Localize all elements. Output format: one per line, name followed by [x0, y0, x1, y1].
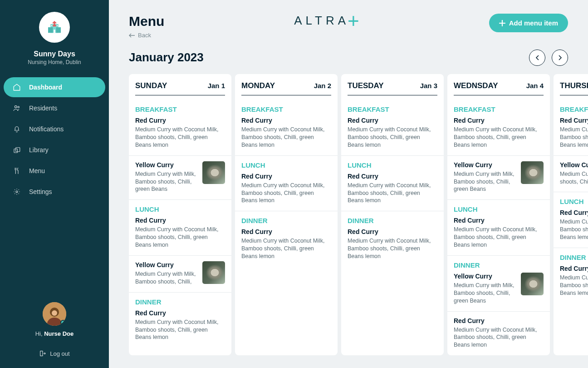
menu-item[interactable]: Red CurryMedium Curry with Coconut Milk,… — [241, 117, 331, 149]
nav-label: Settings — [29, 188, 52, 195]
meal-section-dinner: DINNER Red CurryMedium Curry with Coconu… — [129, 293, 231, 348]
day-name: TUESDAY — [348, 81, 384, 90]
menu-item[interactable]: Red CurryMedium Curry with Coconut Milk,… — [348, 173, 437, 205]
library-icon — [13, 146, 21, 154]
svg-rect-4 — [54, 23, 55, 25]
day-card[interactable]: THURSDAYJan 5 BREAKFAST Red CurryMedium … — [554, 74, 588, 356]
menu-item[interactable]: Yellow CurryMedium Curry with Milk, Bamb… — [447, 156, 550, 200]
nav-label: Library — [29, 146, 49, 154]
meal-label: BREAKFAST — [135, 105, 225, 113]
menu-item[interactable]: Yellow CurryMedium Curry with Milk, Bamb… — [129, 256, 231, 293]
menu-item[interactable]: Red CurryMedium Curry with Coconut Milk,… — [135, 117, 225, 149]
menu-item[interactable]: Red CurryMedium Curry with Coconut Milk,… — [447, 312, 550, 356]
meal-label: LUNCH — [560, 198, 588, 205]
meal-section-dinner: DINNER Red CurryMedium Curry with Coconu… — [554, 248, 588, 303]
page-title: Menu — [129, 14, 164, 29]
home-icon — [13, 83, 21, 91]
menu-item[interactable]: Yellow CurryMedium Curry with Milk, Bamb… — [554, 156, 588, 193]
svg-point-8 — [15, 106, 17, 108]
nav-label: Menu — [29, 167, 45, 174]
sidebar: Sunny Days Nursing Home, Dublin Dashboar… — [0, 0, 109, 368]
meal-section-breakfast: BREAKFAST Red CurryMedium Curry with Coc… — [129, 100, 231, 156]
prev-week-button[interactable] — [529, 50, 545, 66]
day-date: Jan 2 — [314, 82, 331, 90]
menu-item[interactable]: Red CurryMedium Curry with Coconut Milk,… — [454, 217, 544, 249]
utensils-icon — [13, 167, 21, 175]
nav-notifications[interactable]: Notifications — [4, 119, 105, 139]
days-row: SUNDAYJan 1 BREAKFAST Red CurryMedium Cu… — [129, 74, 588, 356]
nav-label: Residents — [29, 104, 57, 112]
meal-section-lunch: LUNCH Red CurryMedium Curry with Coconut… — [447, 200, 550, 256]
users-icon — [13, 104, 21, 112]
day-card[interactable]: WEDNSDAYJan 4 BREAKFAST Red CurryMedium … — [447, 74, 550, 356]
svg-point-9 — [18, 106, 19, 108]
org-logo — [39, 12, 70, 43]
plus-icon: + — [348, 16, 359, 26]
day-date: Jan 1 — [208, 82, 225, 90]
meal-section-lunch: LUNCH Red CurryMedium Curry with Coconut… — [341, 156, 444, 212]
menu-item[interactable]: Red CurryMedium Curry with Coconut Milk,… — [348, 228, 437, 260]
sidebar-bottom: Hi, Nurse Doe Log out — [0, 302, 109, 368]
back-link[interactable]: Back — [129, 32, 151, 39]
nav-menu[interactable]: Menu — [4, 161, 105, 181]
day-card[interactable]: TUESDAYJan 3 BREAKFAST Red CurryMedium C… — [341, 74, 444, 356]
nav-dashboard[interactable]: Dashboard — [4, 77, 105, 97]
gear-icon — [13, 188, 21, 196]
arrow-left-icon — [129, 33, 135, 38]
day-date: Jan 4 — [526, 82, 544, 90]
meal-section-lunch: LUNCH Red CurryMedium Curry with Coconut… — [235, 156, 338, 212]
brand-logo: ALTRA+ — [294, 14, 359, 28]
svg-rect-1 — [48, 27, 53, 33]
nav-label: Notifications — [29, 125, 64, 133]
plus-icon — [499, 20, 505, 26]
meal-section-breakfast: BREAKFAST Red CurryMedium Curry with Coc… — [235, 100, 338, 156]
add-menu-item-button[interactable]: Add menu item — [489, 14, 568, 32]
meal-section-lunch: LUNCH Red CurryMedium Curry with Coconut… — [129, 200, 231, 256]
org-name: Sunny Days — [0, 50, 109, 58]
meal-section-lunch: LUNCH Red CurryMedium Curry with Coconut… — [554, 192, 588, 248]
menu-item[interactable]: Red CurryMedium Curry with Coconut Milk,… — [560, 117, 588, 149]
meal-label: DINNER — [454, 261, 544, 269]
menu-item[interactable]: Red CurryMedium Curry with Coconut Milk,… — [135, 217, 225, 249]
meal-label: BREAKFAST — [560, 105, 588, 113]
svg-rect-2 — [56, 27, 61, 33]
menu-item[interactable]: Yellow CurryMedium Curry with Milk, Bamb… — [129, 156, 231, 200]
chevron-left-icon — [535, 55, 539, 61]
meal-label: LUNCH — [241, 161, 331, 169]
next-week-button[interactable] — [552, 50, 568, 66]
month-title: January 2023 — [129, 50, 204, 65]
meal-label: DINNER — [241, 217, 331, 224]
nav-library[interactable]: Library — [4, 140, 105, 160]
day-name: SUNDAY — [135, 81, 167, 90]
nav-label: Dashboard — [29, 84, 62, 91]
avatar[interactable] — [43, 302, 66, 326]
logout-icon — [39, 350, 46, 357]
menu-item[interactable]: Red CurryMedium Curry with Coconut Milk,… — [454, 117, 544, 149]
nav-settings[interactable]: Settings — [4, 182, 105, 202]
menu-item[interactable]: Yellow CurryMedium Curry with Milk, Bamb… — [454, 273, 544, 305]
menu-item[interactable]: Red CurryMedium Curry with Coconut Milk,… — [560, 209, 588, 241]
meal-label: LUNCH — [135, 205, 225, 213]
greeting: Hi, Nurse Doe — [0, 330, 109, 337]
meal-section-breakfast: BREAKFAST Red CurryMedium Curry with Coc… — [341, 100, 444, 156]
svg-point-12 — [16, 191, 18, 193]
meal-section-breakfast: BREAKFAST Red CurryMedium Curry with Coc… — [447, 100, 550, 156]
svg-rect-5 — [53, 25, 56, 27]
meal-label: BREAKFAST — [241, 105, 331, 113]
day-card[interactable]: SUNDAYJan 1 BREAKFAST Red CurryMedium Cu… — [129, 74, 231, 356]
nav: Dashboard Residents Notifications Librar… — [0, 71, 109, 209]
nav-residents[interactable]: Residents — [4, 98, 105, 118]
menu-item[interactable]: Red CurryMedium Curry with Coconut Milk,… — [241, 228, 331, 260]
meal-label: BREAKFAST — [348, 105, 437, 113]
menu-item[interactable]: Red CurryMedium Curry with Coconut Milk,… — [241, 173, 331, 205]
menu-item[interactable]: Red CurryMedium Curry with Coconut Milk,… — [348, 117, 437, 149]
day-name: MONDAY — [241, 81, 275, 90]
logout-button[interactable]: Log out — [0, 350, 109, 357]
menu-item[interactable]: Red CurryMedium Curry with Coconut Milk,… — [135, 309, 225, 342]
svg-point-7 — [57, 25, 58, 26]
menu-item[interactable]: Red CurryMedium Curry with Coconut Milk,… — [560, 265, 588, 297]
day-card[interactable]: MONDAYJan 2 BREAKFAST Red CurryMedium Cu… — [235, 74, 338, 356]
meal-section-dinner: DINNER Red CurryMedium Curry with Coconu… — [235, 211, 338, 267]
dish-thumb — [521, 273, 544, 295]
meal-section-breakfast: BREAKFAST Red CurryMedium Curry with Coc… — [554, 100, 588, 156]
